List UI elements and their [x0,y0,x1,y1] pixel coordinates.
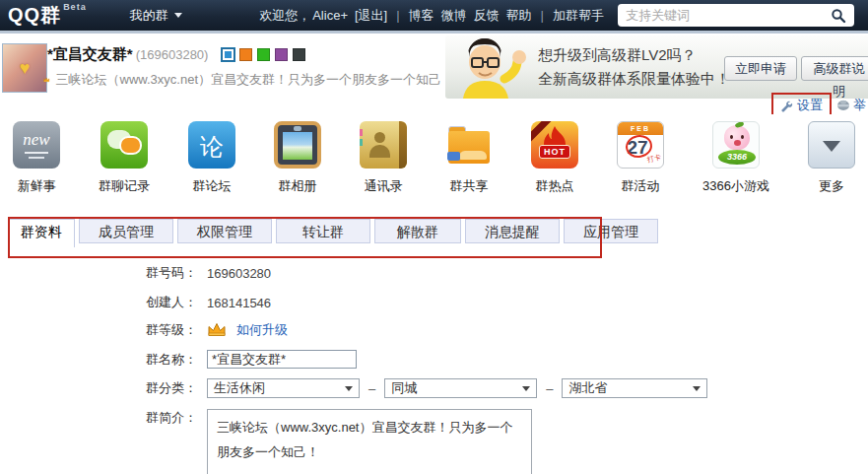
field-label: 群等级： [0,321,197,339]
toolbar-item-activity[interactable]: FEB 27 打卡 群活动 [617,114,664,205]
forum-icon-text: 论 [188,131,235,163]
more-dropdown-icon [808,121,855,169]
topbar-link-feedback[interactable]: 反馈 [474,7,500,25]
report-link[interactable]: 举 [836,97,866,114]
field-label: 创建人： [0,294,197,311]
group-avatar[interactable]: ♥ [2,43,47,93]
category-select-2[interactable]: 同城 [384,378,537,398]
chevron-down-icon [345,386,353,395]
field-label: 群简介： [0,409,197,427]
group-id: (169603280) [136,47,209,62]
tab-message-alert[interactable]: 消息提醒 [465,219,560,243]
my-groups-label: 我的群 [130,7,168,25]
tab-dissolve-group[interactable]: 解散群 [374,219,461,243]
forum-icon: 论 [188,121,235,169]
chat-history-icon [100,121,148,169]
username[interactable]: Alice+ [312,8,348,23]
swatch-black[interactable] [293,48,305,61]
new-feed-icon: new [13,121,60,169]
qq-group-logo[interactable]: QQ群Beta [8,2,87,29]
calendar-stamp: 打卡 [646,153,662,166]
logout-link[interactable]: [退出] [355,7,387,25]
search-box [618,4,854,27]
toolbar-item-hot[interactable]: HOT 群热点 [531,114,578,205]
banner-title: 想升级到高级群LV2吗？ [538,43,730,67]
top-navbar: QQ群Beta 我的群 欢迎您， Alice+ [退出] | 博客 微博 反馈 … [0,0,868,31]
calendar-icon: FEB 27 打卡 [617,121,664,169]
category-select-3[interactable]: 湖北省 [562,378,707,398]
group-title-row: *宜昌交友群* (169603280) [47,45,305,64]
upgrade-ad-banner: 想升级到高级群LV2吗？ 全新高级群体系限量体验中！ 立即申请 高级群说明 [445,35,868,99]
group-header: ♥ *宜昌交友群* (169603280) 三峡论坛（www.3xyc.net）… [0,34,868,99]
field-label: 群号码： [0,264,197,282]
person-photo [445,35,536,99]
join-helper-link[interactable]: 加群帮手 [553,7,604,25]
select-separator: – [368,381,375,396]
topbar-link-help[interactable]: 帮助 [506,7,532,25]
swatch-orange[interactable] [239,48,252,61]
toolbar-label: 3366小游戏 [702,177,769,195]
group-intro-textarea[interactable]: 三峡论坛（www.3xyc.net）宜昌交友群！只为多一个朋友多一个知己！ [207,409,532,474]
category-select-1[interactable]: 生活休闲 [207,378,360,398]
select-value: 生活休闲 [214,379,265,397]
color-swatches [222,48,305,61]
tab-member-management[interactable]: 成员管理 [79,219,173,243]
photo-album-icon [274,121,321,169]
swatch-purple[interactable] [275,48,288,61]
divider: | [541,8,544,23]
toolbar-item-share[interactable]: 群共享 [445,114,493,205]
my-groups-menu[interactable]: 我的群 [130,7,182,25]
how-to-upgrade-link[interactable]: 如何升级 [236,321,288,339]
mini-games-icon: 3366 [712,121,760,169]
toolbar-label: 更多 [819,177,844,195]
group-name-input[interactable] [207,350,357,369]
contacts-book-icon [360,121,407,169]
calendar-month: FEB [618,122,663,135]
toolbar-label: 群共享 [450,177,489,195]
category-selects: 生活休闲 – 同城 – 湖北省 [207,378,707,398]
topbar-link-blog[interactable]: 博客 [409,7,434,25]
beta-badge: Beta [63,2,87,12]
topbar-link-weibo[interactable]: 微博 [441,7,467,25]
creator-value: 168141546 [207,296,271,310]
toolbar-label: 群热点 [536,177,574,195]
search-icon[interactable] [831,8,846,24]
chevron-down-icon [522,386,530,395]
swatch-blue[interactable] [222,48,234,61]
toolbar-item-more[interactable]: 更多 [808,114,855,205]
swatch-green[interactable] [257,48,270,61]
form-row-creator: 创建人： 168141546 [0,294,868,311]
premium-info-button[interactable]: 高级群说明 [801,56,868,81]
form-row-level: 群等级： 如何升级 [0,321,868,339]
toolbar-label: 通讯录 [365,177,403,195]
toolbar-item-contacts[interactable]: 通讯录 [360,114,407,205]
heart-decoration: ♥ [20,58,31,79]
select-value: 同城 [391,379,417,397]
form-row-intro: 群简介： 三峡论坛（www.3xyc.net）宜昌交友群！只为多一个朋友多一个知… [0,409,868,474]
toolbar-label: 新鲜事 [18,177,56,195]
tab-app-management[interactable]: 应用管理 [564,219,658,243]
apply-now-button[interactable]: 立即申请 [724,56,797,81]
toolbar-item-forum[interactable]: 论 群论坛 [188,114,235,205]
toolbar-label: 群活动 [622,177,660,195]
banner-subtitle: 全新高级群体系限量体验中！ [538,67,730,91]
toolbar-item-chat-history[interactable]: 群聊记录 [99,114,150,205]
tab-permission-management[interactable]: 权限管理 [177,219,272,243]
toolbar-item-album[interactable]: 群相册 [274,114,321,205]
logo-text: QQ群 [8,4,61,26]
games-icon-text: 3366 [718,150,756,165]
topbar-right: 欢迎您， Alice+ [退出] | 博客 微博 反馈 帮助 | 加群帮手 [259,7,604,25]
toolbar-item-news[interactable]: new 新鲜事 [13,114,60,205]
group-profile-form: 群号码： 169603280 创建人： 168141546 群等级： 如何升级 … [0,258,868,474]
field-label: 群名称： [0,351,197,369]
crown-icon [43,72,50,88]
group-number-value: 169603280 [207,266,271,281]
tab-transfer-group[interactable]: 转让群 [276,219,370,243]
tab-group-profile[interactable]: 群资料 [8,219,75,247]
divider: | [396,8,399,23]
banner-text: 想升级到高级群LV2吗？ 全新高级群体系限量体验中！ [538,43,730,91]
form-row-group-number: 群号码： 169603280 [0,264,868,282]
crown-icon [207,322,227,338]
search-input[interactable] [626,8,831,23]
toolbar-item-games[interactable]: 3366 3366小游戏 [702,114,769,205]
